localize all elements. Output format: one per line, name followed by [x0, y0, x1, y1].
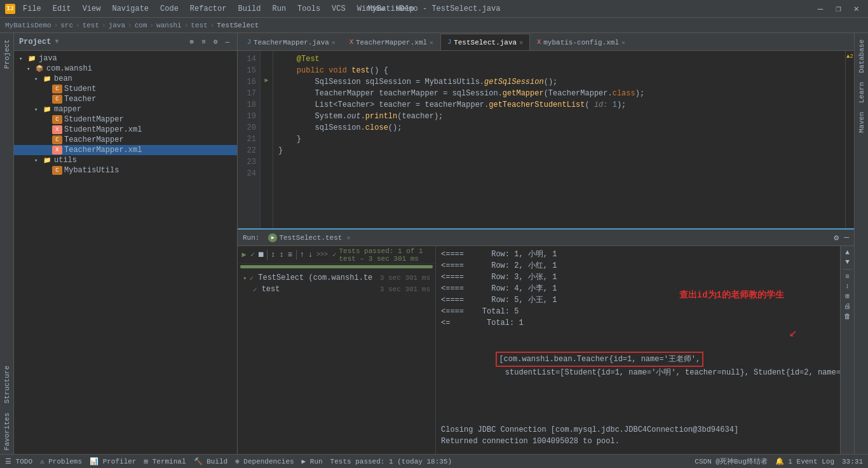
editor-column: J TeacherMapper.java ✕ X TeacherMapper.x…: [238, 33, 854, 454]
terminal-btn[interactable]: ⊞ Terminal: [144, 457, 186, 465]
maximize-button[interactable]: ❐: [832, 2, 844, 15]
editor[interactable]: 14 15 16 17 18 19 20 21 22 23 24 ▶: [238, 51, 854, 228]
breadcrumb-test[interactable]: test: [83, 22, 99, 29]
tree-utils[interactable]: ▾ 📁 utils: [14, 155, 237, 165]
tree-teacher[interactable]: C Teacher: [14, 94, 237, 104]
tab-close-teachermapper-xml[interactable]: ✕: [430, 39, 433, 46]
breadcrumb-src[interactable]: src: [60, 22, 73, 29]
code-line-22: }: [278, 134, 840, 145]
run-right-btn1[interactable]: ≡: [845, 273, 850, 280]
run-right-btn5[interactable]: 🗑: [844, 312, 851, 320]
sidebar-maven-btn[interactable]: Maven: [857, 108, 867, 137]
profiler-btn[interactable]: 📊 Profiler: [90, 457, 136, 465]
tab-mybatis-config[interactable]: X mybatis-config.xml ✕: [530, 34, 632, 50]
breadcrumb-com[interactable]: com: [135, 22, 147, 29]
run-btn-status[interactable]: ▶ Run: [302, 457, 323, 465]
run-btn-down[interactable]: ↓: [307, 249, 315, 261]
editor-content[interactable]: @Test public void test() { SqlSession sq…: [273, 51, 845, 228]
tab-close-teachermapper-java[interactable]: ✕: [332, 39, 336, 46]
run-btn-play[interactable]: ▶: [240, 249, 248, 261]
test-item-testselect[interactable]: ▾ ✓ TestSelect (com.wanshi.te 3 sec 301 …: [240, 272, 433, 284]
menu-edit[interactable]: Edit: [48, 3, 76, 15]
run-btn-stop[interactable]: ⏹: [257, 249, 265, 261]
run-btn-list[interactable]: ≡: [286, 249, 294, 261]
run-tab-testselect[interactable]: ▶ TestSelect.test ✕: [264, 232, 354, 244]
run-close-icon[interactable]: —: [844, 233, 849, 242]
tab-teachermapper-xml[interactable]: X TeacherMapper.xml ✕: [342, 34, 440, 50]
menu-build[interactable]: Build: [233, 3, 266, 15]
sidebar-database-btn[interactable]: Database: [857, 36, 867, 77]
tab-close-testselect-java[interactable]: ✕: [519, 39, 523, 46]
run-right-up[interactable]: ▲: [845, 249, 850, 256]
run-right-btn4[interactable]: 🖨: [844, 302, 851, 310]
breadcrumb-project[interactable]: MyBatisDemo: [5, 22, 51, 29]
sidebar-favorites-btn[interactable]: Favorites: [2, 409, 12, 454]
tree-mapper[interactable]: ▾ 📁 mapper: [14, 104, 237, 114]
tab-icon-xml-mb: X: [537, 39, 541, 46]
menu-view[interactable]: View: [78, 3, 106, 15]
tree-student[interactable]: C Student: [14, 84, 237, 94]
tree-teachermapper[interactable]: C TeacherMapper: [14, 135, 237, 145]
menu-code[interactable]: Code: [155, 3, 184, 15]
tests-passed-status: Tests passed: 1 (today 18:35): [330, 458, 452, 465]
menu-tools[interactable]: Tools: [292, 3, 325, 15]
tab-close-mybatis-config[interactable]: ✕: [621, 39, 625, 46]
tab-testselect-java[interactable]: J TestSelect.java ✕: [440, 34, 530, 50]
project-icon-settings[interactable]: ⚙: [211, 36, 220, 47]
tree-studentmapper[interactable]: C StudentMapper: [14, 114, 237, 125]
run-tab-close[interactable]: ✕: [346, 234, 350, 242]
titlebar: IJ File Edit View Navigate Code Refactor…: [0, 0, 868, 18]
tree-studentmapper-xml[interactable]: X StudentMapper.xml: [14, 125, 237, 135]
folder-icon-utils: 📁: [42, 156, 52, 165]
run-btn-check[interactable]: ✓: [248, 249, 256, 261]
run-btn-sort-alpha[interactable]: ↕: [269, 249, 277, 261]
line-numbers: 14 15 16 17 18 19 20 21 22 23 24: [238, 51, 261, 228]
project-icon-collapse[interactable]: ≡: [199, 37, 208, 47]
run-right-btn3[interactable]: ⊞: [845, 292, 850, 300]
minimize-button[interactable]: —: [814, 3, 827, 15]
tree-mybatisutils[interactable]: C MybatisUtils: [14, 165, 237, 176]
sidebar-learn-btn[interactable]: Learn: [857, 78, 867, 107]
run-settings-icon[interactable]: ⚙: [834, 233, 839, 243]
sidebar-structure-btn[interactable]: Structure: [2, 362, 12, 407]
tree-label-mu: MybatisUtils: [64, 166, 119, 175]
test-item-test[interactable]: ✓ test 3 sec 301 ms: [240, 284, 433, 295]
todo-btn[interactable]: ☰ TODO: [5, 457, 32, 465]
code-line-18: TeacherMapper teacherMapper = sqlSession…: [278, 88, 840, 99]
breadcrumb-wanshi[interactable]: wanshi: [156, 22, 182, 29]
run-right-btn2[interactable]: ↕: [845, 282, 850, 290]
problems-btn[interactable]: ⚠ Problems: [40, 457, 82, 465]
close-button[interactable]: ✕: [850, 2, 863, 15]
titlebar-controls: — ❐ ✕: [814, 2, 863, 15]
run-btn-sort-dur[interactable]: ↕: [278, 249, 285, 261]
main-area: Project Structure Favorites Project ▼ ⊕ …: [0, 33, 868, 454]
tree-com-wanshi[interactable]: ▾ 📦 com.wanshi: [14, 64, 237, 74]
run-right-down[interactable]: ▼: [845, 258, 850, 266]
tree-bean[interactable]: ▾ 📁 bean: [14, 74, 237, 84]
project-panel: Project ▼ ⊕ ≡ ⚙ — ▾ 📁 java ▾ 📦 com.wansh…: [14, 33, 238, 454]
run-label: Run:: [243, 234, 259, 242]
menu-vcs[interactable]: VCS: [327, 3, 351, 15]
breadcrumb-java[interactable]: java: [109, 22, 125, 29]
run-more-btn[interactable]: >>>: [316, 251, 328, 258]
menu-run[interactable]: Run: [267, 3, 291, 15]
event-log-btn[interactable]: 🔔 1 Event Log: [775, 457, 834, 465]
console-row2: <==== Row: 2, 小红, 1: [441, 260, 835, 272]
project-icon-add[interactable]: ⊕: [187, 36, 197, 47]
java-icon-student: C: [52, 85, 62, 93]
tree-label-bean: bean: [54, 74, 72, 83]
menu-refactor[interactable]: Refactor: [185, 3, 232, 15]
project-icon-close[interactable]: —: [222, 37, 232, 47]
dependencies-btn[interactable]: ⊕ Dependencies: [235, 457, 294, 465]
breadcrumb-testpkg[interactable]: test: [191, 22, 207, 29]
tree-teachermapper-xml[interactable]: X TeacherMapper.xml: [14, 145, 237, 155]
tab-teachermapper-java[interactable]: J TeacherMapper.java ✕: [240, 34, 342, 50]
run-btn-up[interactable]: ↑: [298, 249, 306, 261]
run-toolbar: ▶ ✓ ⏹ ↕ ↕ ≡ ↑ ↓ >>> ✓ Te: [238, 246, 435, 264]
menu-navigate[interactable]: Navigate: [107, 3, 154, 15]
menu-file[interactable]: File: [18, 3, 46, 15]
test-pass-icon-ts: ▾: [243, 274, 247, 282]
build-btn[interactable]: 🔨 Build: [194, 457, 228, 465]
tree-java[interactable]: ▾ 📁 java: [14, 53, 237, 64]
sidebar-project-btn[interactable]: Project: [2, 36, 12, 72]
